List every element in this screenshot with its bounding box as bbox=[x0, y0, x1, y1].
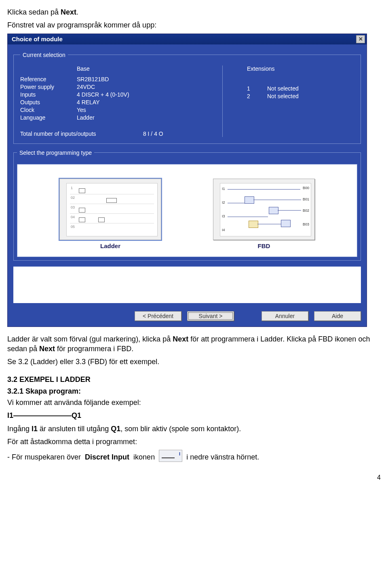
row-value: SR2B121BD bbox=[77, 76, 109, 82]
page-number: 4 bbox=[7, 474, 381, 481]
totals-value: 8 I / 4 O bbox=[143, 131, 163, 137]
bold: Next bbox=[39, 345, 55, 353]
column-divider bbox=[222, 65, 223, 137]
group-legend: Select the programming type bbox=[17, 150, 94, 156]
io-text: I1————————Q1 bbox=[7, 411, 81, 419]
programming-type-group: Select the programming type 1 02 03 04 0… bbox=[13, 150, 361, 261]
fbd-option[interactable]: I1 I2 I3 I4 B00 B01 B02 B03 bbox=[213, 179, 315, 249]
text: , som blir aktiv (spole som kontaktor). bbox=[120, 425, 241, 433]
bold: Q1 bbox=[111, 425, 120, 433]
after-p1: Ladder är valt som förval (gul markering… bbox=[7, 334, 381, 354]
ext-num: 1 bbox=[247, 85, 267, 92]
text: för programmera i FBD. bbox=[55, 345, 133, 353]
ext-num: 2 bbox=[247, 93, 267, 99]
text: Klicka sedan på bbox=[7, 8, 61, 16]
text: i nedre vänstra hörnet. bbox=[186, 452, 259, 462]
bold: Next bbox=[61, 8, 76, 16]
dialog-button-bar: < Précédent Suivant > Annuler Aide bbox=[8, 307, 367, 327]
close-icon[interactable]: ✕ bbox=[356, 35, 365, 43]
row-value: 4 RELAY bbox=[77, 99, 100, 105]
extensions-header: Extensions bbox=[247, 65, 354, 72]
bold: Discret Input bbox=[85, 452, 129, 462]
text: Ingång bbox=[7, 425, 32, 433]
text: Ladder är valt som förval (gul markering… bbox=[7, 335, 173, 343]
dialog-body: Current selection Base ReferenceSR2B121B… bbox=[8, 44, 367, 307]
programming-type-body: 1 02 03 04 05 Ladder I1 I2 bbox=[17, 164, 357, 257]
ext-value: Not selected bbox=[267, 93, 299, 99]
base-header: Base bbox=[77, 65, 90, 72]
intro-line-1: Klicka sedan på Next. bbox=[7, 7, 381, 17]
fbd-thumbnail: I1 I2 I3 I4 B00 B01 B02 B03 bbox=[213, 179, 315, 240]
row-label: Reference bbox=[20, 76, 77, 82]
after-p3: Vi kommer att använda följande exempel: bbox=[7, 398, 381, 407]
after-p6: - För muspekaren över Discret Input ikon… bbox=[7, 450, 381, 462]
cancel-button[interactable]: Annuler bbox=[261, 311, 308, 321]
totals-label: Total number of inputs/outputs bbox=[20, 131, 141, 137]
io-line: I1————————Q1 bbox=[7, 411, 381, 420]
heading-3-2-1: 3.2.1 Skapa program: bbox=[7, 386, 381, 396]
text: är ansluten till utgång bbox=[38, 425, 111, 433]
dialog-title: Choice of module bbox=[12, 36, 63, 42]
dialog-titlebar: Choice of module ✕ bbox=[8, 34, 367, 44]
row-value: 24VDC bbox=[77, 84, 95, 90]
next-button[interactable]: Suivant > bbox=[187, 311, 234, 321]
after-p4: Ingång I1 är ansluten till utgång Q1, so… bbox=[7, 424, 381, 434]
text: . bbox=[76, 8, 78, 16]
ext-value: Not selected bbox=[267, 85, 299, 92]
row-value: Ladder bbox=[77, 114, 95, 121]
row-label: Outputs bbox=[20, 99, 77, 105]
row-label: Inputs bbox=[20, 91, 77, 98]
intro-line-2: Fönstret val av programspråk kommer då u… bbox=[7, 20, 381, 30]
bold: Next bbox=[173, 335, 188, 343]
group-legend: Current selection bbox=[20, 52, 68, 58]
row-value: Yes bbox=[77, 107, 86, 113]
prev-button[interactable]: < Précédent bbox=[135, 311, 181, 321]
help-button[interactable]: Aide bbox=[314, 311, 361, 321]
spacer-panel bbox=[13, 266, 361, 303]
row-value: 4 DISCR + 4 (0-10V) bbox=[77, 91, 129, 98]
row-label: Clock bbox=[20, 107, 77, 113]
dialog-window: Choice of module ✕ Current selection Bas… bbox=[7, 34, 367, 327]
base-column: Base ReferenceSR2B121BD Power supply24VD… bbox=[20, 65, 198, 137]
bold: I1 bbox=[32, 425, 38, 433]
fbd-label: FBD bbox=[258, 242, 270, 249]
ladder-thumbnail: 1 02 03 04 05 bbox=[59, 179, 161, 240]
row-label: Language bbox=[20, 114, 77, 121]
extensions-column: Extensions 1Not selected 2Not selected bbox=[247, 65, 354, 137]
after-p2: Se 3.2 (Ladder) eller 3.3 (FBD) för ett … bbox=[7, 357, 381, 367]
current-selection-group: Current selection Base ReferenceSR2B121B… bbox=[13, 52, 361, 144]
discret-input-icon bbox=[159, 450, 182, 462]
ladder-label: Ladder bbox=[100, 242, 120, 249]
after-p5: För att åstadkomma detta i programmet: bbox=[7, 437, 381, 447]
text: - För muspekaren över bbox=[7, 452, 81, 462]
ladder-option[interactable]: 1 02 03 04 05 Ladder bbox=[59, 179, 161, 249]
heading-3-2: 3.2 EXEMPEL I LADDER bbox=[7, 375, 381, 384]
text: ikonen bbox=[133, 452, 155, 462]
row-label: Power supply bbox=[20, 84, 77, 90]
